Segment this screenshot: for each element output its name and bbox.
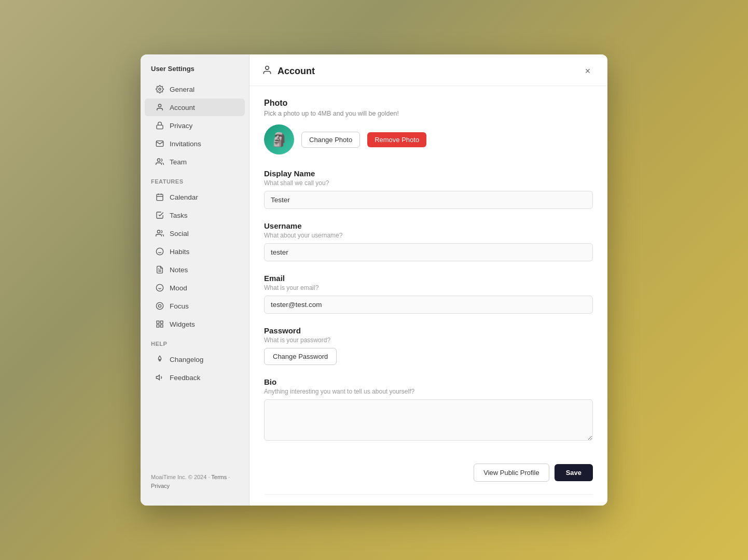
photo-subtext: Pick a photo up to 4MB and you will be g…: [264, 110, 593, 117]
sidebar-item-label: Social: [170, 230, 189, 237]
password-section: Password What is your password? Change P…: [264, 326, 593, 365]
display-name-sublabel: What shall we call you?: [264, 179, 593, 187]
sidebar-item-tasks[interactable]: Tasks: [145, 206, 245, 224]
bio-label: Bio: [264, 377, 593, 386]
main-body: Photo Pick a photo up to 4MB and you wil…: [250, 86, 607, 506]
main-content: Account × Photo Pick a photo up to 4MB a…: [250, 54, 607, 506]
username-input[interactable]: [264, 243, 593, 261]
sidebar-item-focus[interactable]: Focus: [145, 297, 245, 315]
svg-rect-22: [157, 325, 159, 327]
help-section-label: Help: [141, 333, 249, 350]
habits-icon: [155, 247, 164, 256]
sidebar-item-notes[interactable]: Notes: [145, 261, 245, 278]
sidebar-item-general[interactable]: General: [145, 80, 245, 98]
bio-sublabel: Anything interesting you want to tell us…: [264, 388, 593, 395]
sidebar-item-changelog[interactable]: Changelog: [145, 351, 245, 368]
sidebar-item-label: Mood: [170, 284, 187, 292]
svg-marker-23: [156, 375, 159, 380]
settings-modal: User Settings General Account Privacy: [141, 54, 607, 506]
sidebar-features-group: Calendar Tasks Social Habits: [141, 188, 249, 333]
sidebar-item-label: Widgets: [170, 320, 195, 328]
gear-icon: [155, 85, 164, 94]
username-sublabel: What about your username?: [264, 232, 593, 239]
email-label: Email: [264, 274, 593, 283]
avatar-inner: 🗿: [264, 124, 294, 155]
svg-rect-2: [157, 125, 163, 129]
bio-section: Bio Anything interesting you want to tel…: [264, 377, 593, 443]
sidebar-item-label: Calendar: [170, 193, 198, 201]
sidebar-item-mood[interactable]: Mood: [145, 279, 245, 297]
photo-row: 🗿 Change Photo Remove Photo: [264, 124, 593, 155]
main-header-left: Account: [262, 65, 315, 77]
sidebar-item-invitations[interactable]: Invitations: [145, 135, 245, 152]
footer-terms-link[interactable]: Terms: [211, 474, 227, 480]
sidebar-item-label: Notes: [170, 266, 188, 274]
svg-rect-21: [160, 325, 163, 327]
fire-icon: [155, 355, 164, 364]
sidebar: User Settings General Account Privacy: [141, 54, 250, 506]
svg-rect-19: [157, 321, 159, 324]
close-button[interactable]: ×: [580, 64, 595, 78]
sidebar-item-label: Privacy: [170, 122, 192, 130]
focus-icon: [155, 301, 164, 311]
main-title: Account: [278, 66, 315, 77]
password-sublabel: What is your password?: [264, 337, 593, 344]
email-input[interactable]: [264, 296, 593, 314]
users-icon: [155, 157, 164, 166]
footer-privacy-link[interactable]: Privacy: [151, 483, 170, 489]
sidebar-item-privacy[interactable]: Privacy: [145, 117, 245, 134]
svg-point-3: [157, 159, 160, 161]
remove-photo-button[interactable]: Remove Photo: [367, 132, 426, 147]
view-public-profile-button[interactable]: View Public Profile: [474, 464, 549, 482]
photo-section: Photo Pick a photo up to 4MB and you wil…: [264, 99, 593, 155]
svg-point-9: [156, 248, 163, 255]
sidebar-item-team[interactable]: Team: [145, 153, 245, 171]
notes-icon: [155, 265, 164, 274]
feedback-icon: [155, 373, 164, 382]
sidebar-item-feedback[interactable]: Feedback: [145, 369, 245, 386]
mail-icon: [155, 139, 164, 148]
sidebar-item-account[interactable]: Account: [145, 99, 245, 116]
save-button[interactable]: Save: [555, 464, 593, 481]
bio-input[interactable]: [264, 399, 593, 441]
svg-point-17: [156, 302, 163, 309]
password-label: Password: [264, 326, 593, 335]
svg-rect-20: [160, 321, 163, 324]
sidebar-item-label: Team: [170, 158, 187, 166]
sidebar-item-label: Focus: [170, 302, 189, 310]
user-icon: [155, 103, 164, 112]
svg-point-8: [157, 230, 160, 233]
social-icon: [155, 229, 164, 238]
widgets-icon: [155, 319, 164, 329]
avatar: 🗿: [264, 124, 294, 155]
display-name-label: Display Name: [264, 169, 593, 178]
sidebar-item-label: Habits: [170, 248, 189, 256]
display-name-section: Display Name What shall we call you?: [264, 169, 593, 209]
sidebar-help-group: Changelog Feedback: [141, 350, 249, 387]
lock-icon: [155, 121, 164, 130]
svg-rect-4: [157, 194, 163, 201]
svg-point-0: [159, 88, 161, 90]
svg-point-1: [158, 104, 161, 107]
change-photo-button[interactable]: Change Photo: [301, 132, 360, 148]
sidebar-title: User Settings: [141, 65, 249, 80]
email-section: Email What is your email?: [264, 274, 593, 314]
username-section: Username What about your username?: [264, 221, 593, 261]
sidebar-footer: MoaiTime Inc. © 2024 · Terms · Privacy: [141, 465, 249, 495]
mood-icon: [155, 283, 164, 292]
sidebar-item-label: Tasks: [170, 212, 188, 219]
sidebar-item-habits[interactable]: Habits: [145, 243, 245, 260]
change-password-button[interactable]: Change Password: [264, 348, 337, 365]
svg-point-24: [266, 66, 269, 70]
display-name-input[interactable]: [264, 191, 593, 209]
sidebar-item-widgets[interactable]: Widgets: [145, 315, 245, 333]
sidebar-item-label: General: [170, 86, 195, 93]
tasks-icon: [155, 211, 164, 220]
sidebar-item-label: Account: [170, 104, 195, 111]
email-sublabel: What is your email?: [264, 284, 593, 291]
calendar-icon: [155, 192, 164, 202]
sidebar-item-calendar[interactable]: Calendar: [145, 188, 245, 206]
svg-point-18: [158, 304, 161, 307]
main-header: Account ×: [250, 54, 607, 86]
sidebar-item-social[interactable]: Social: [145, 225, 245, 242]
